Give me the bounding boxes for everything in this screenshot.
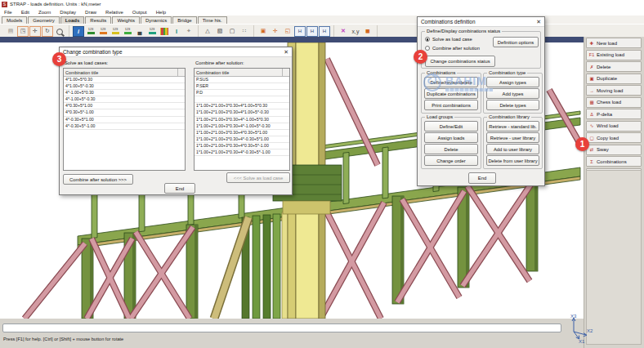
zoom-extents-icon[interactable]: ✛: [29, 26, 41, 37]
module-tab[interactable]: Dynamics: [141, 16, 172, 24]
delete-button[interactable]: Delete: [424, 144, 478, 154]
sidebar-item-combinations[interactable]: Σ Combinations: [586, 156, 642, 167]
prism-view-icon[interactable]: △: [202, 26, 213, 37]
sidebar-item-wind-load[interactable]: ∿ Wind load: [586, 121, 642, 132]
close-icon[interactable]: ✕: [536, 19, 541, 25]
menu-item[interactable]: Output: [132, 10, 147, 15]
menu-item[interactable]: Display: [60, 10, 76, 15]
axes-icon[interactable]: ✕: [338, 26, 349, 37]
definition-options-button[interactable]: Definition options: [493, 37, 539, 47]
retrieve-user-library-button[interactable]: Retrieve - user library: [486, 132, 539, 143]
window-h1-icon[interactable]: H: [294, 26, 306, 37]
spring-numbers-icon[interactable]: 123: [122, 26, 133, 37]
module-tab[interactable]: Time his.: [198, 16, 227, 24]
close-icon[interactable]: ✕: [284, 49, 288, 55]
sidebar-item-chess-load[interactable]: ▦ Chess load: [586, 97, 642, 108]
menu-item[interactable]: File: [4, 10, 12, 15]
end-button[interactable]: End: [164, 183, 195, 194]
select-window-icon[interactable]: ∷: [239, 26, 250, 37]
rotate-model-icon[interactable]: ◳: [17, 26, 29, 37]
assign-types-button[interactable]: Assign types: [486, 77, 539, 87]
move-window-icon[interactable]: ✛: [270, 26, 281, 37]
combination-row[interactable]: 4*1.00+5*0.30: [64, 77, 185, 83]
combination-row[interactable]: 4*-0.30+5*-1.00: [64, 123, 185, 130]
print-combinations-button[interactable]: Print combinations: [424, 100, 478, 110]
xy-plot-icon[interactable]: x,y: [350, 26, 361, 37]
menu-item[interactable]: Help: [156, 10, 166, 15]
support-display-icon[interactable]: ▄: [134, 26, 145, 37]
sidebar-item-copy-load[interactable]: ▢ Copy load: [586, 132, 642, 143]
add-to-user-library-button[interactable]: Add to user library: [486, 144, 539, 154]
copy-drawing-icon[interactable]: ▢: [226, 26, 238, 37]
zoom-window-icon[interactable]: [54, 26, 65, 37]
combination-row[interactable]: P.SER: [195, 83, 289, 90]
define-edit-button[interactable]: Define/Edit: [424, 121, 478, 132]
window-cascade-icon[interactable]: ▣: [257, 26, 269, 37]
model-cube-icon[interactable]: ◼: [362, 26, 373, 37]
window-zoom-icon[interactable]: ◱: [282, 26, 293, 37]
combination-row[interactable]: 1*1.00+2*1.00+3*0.30+4*-0.30+5*-1.00: [195, 149, 289, 156]
combination-row[interactable]: 1*1.00+2*1.00+3*0.30+4*-1.00+5*0.30: [195, 117, 289, 123]
sidebar-item-moving-load[interactable]: → Moving load: [586, 85, 642, 96]
combine-after-solution-button[interactable]: Combine after solution >>>: [63, 174, 133, 185]
menu-item[interactable]: Draw: [85, 10, 96, 15]
sidebar-item-new-load[interactable]: ✚ New load: [586, 38, 642, 48]
change-combinations-status-button[interactable]: Change combinations status: [425, 56, 495, 67]
combination-row[interactable]: P.D: [195, 90, 289, 96]
print-icon[interactable]: ▤: [5, 26, 16, 37]
beam-numbers-icon[interactable]: 123: [97, 26, 109, 37]
combination-row[interactable]: 4*-1.00+5*-0.30: [64, 96, 185, 103]
combination-row[interactable]: [195, 96, 289, 103]
end-button[interactable]: End: [468, 172, 496, 184]
combine-after-solution-radio[interactable]: Combine after solution: [425, 46, 480, 51]
combination-row[interactable]: 1*1.00+2*1.00+3*0.30+4*1.00+5*0.30: [195, 103, 289, 109]
combine-after-solution-list[interactable]: Combination title P.SUSP.SERP.D1*1.00+2*…: [194, 68, 290, 171]
beam-release-icon[interactable]: I: [171, 26, 182, 37]
combination-row[interactable]: 4*0.30+5*1.00: [64, 103, 185, 109]
combination-row[interactable]: 1*1.00+2*1.00+3*0.30+4*-1.00+5*-0.30: [195, 123, 289, 130]
dimmed-tool-icon[interactable]: ✦: [183, 26, 195, 37]
window-h3-icon[interactable]: H: [319, 26, 330, 37]
module-tab[interactable]: Bridge: [172, 16, 196, 24]
beam-colors-icon[interactable]: ▮: [160, 28, 168, 35]
sidebar-item-existing-load[interactable]: F1 Existing load: [586, 50, 642, 60]
solve-as-load-cases-list[interactable]: Combination title 4*1.00+5*0.304*1.00+5*…: [63, 68, 186, 171]
assign-loads-button[interactable]: Assign loads: [424, 132, 478, 143]
module-tab[interactable]: Models: [2, 16, 27, 24]
change-order-button[interactable]: Change order: [424, 155, 478, 166]
delete-from-user-library-button[interactable]: Delete from user library: [486, 155, 539, 166]
combination-row[interactable]: 1*1.00+2*1.00+3*0.30+4*-0.30+5*1.00: [195, 136, 289, 143]
window-h2-icon[interactable]: H: [306, 26, 318, 37]
sidebar-item-delete[interactable]: ✗ Delete: [586, 61, 642, 72]
redraw-icon[interactable]: ↻: [42, 26, 53, 37]
menu-item[interactable]: Zoom: [38, 10, 51, 15]
info-icon[interactable]: i: [73, 26, 84, 37]
duplicate-combinations-button[interactable]: Duplicate combinations: [424, 88, 478, 99]
section-numbers-icon[interactable]: 123: [146, 26, 158, 37]
solve-as-load-case-button[interactable]: <<< Solve as load case: [226, 172, 290, 183]
combination-row[interactable]: 4*-1.00+5*0.30: [64, 90, 185, 96]
node-numbers-icon[interactable]: 123: [85, 26, 96, 37]
module-tab[interactable]: Results: [85, 16, 111, 24]
sidebar-item-p-delta[interactable]: Δ P-delta: [586, 109, 642, 119]
delete-types-button[interactable]: Delete types: [486, 100, 539, 110]
retrieve-standard-lib-button[interactable]: Retrieve - standard lib.: [486, 121, 539, 132]
solve-as-load-case-radio[interactable]: Solve as load case: [425, 37, 472, 42]
combination-row[interactable]: 1*1.00+2*1.00+3*0.30+4*0.30+5*1.00: [195, 130, 289, 136]
combination-row[interactable]: 1*1.00+2*1.00+3*0.30+4*1.00+5*-0.30: [195, 109, 289, 116]
combination-row[interactable]: 4*1.00+5*-0.30: [64, 83, 185, 90]
sidebar-item-duplicate[interactable]: ▣ Duplicate: [586, 74, 642, 84]
module-tab[interactable]: Weights: [112, 16, 140, 24]
combination-row[interactable]: 1*1.00+2*1.00+3*0.30+4*0.30+5*-1.00: [195, 143, 289, 149]
combination-row[interactable]: 4*0.30+5*-1.00: [64, 109, 185, 116]
module-tab[interactable]: Loads: [60, 16, 85, 24]
command-input[interactable]: [2, 323, 561, 332]
add-types-button[interactable]: Add types: [486, 88, 539, 99]
module-tab[interactable]: Geometry: [28, 16, 59, 24]
sidebar-item-sway[interactable]: ⇄ Sway: [586, 145, 642, 155]
define-revise-delete-button[interactable]: Define/revise/delete: [424, 77, 478, 87]
menu-item[interactable]: Relative: [105, 10, 123, 15]
plate-numbers-icon[interactable]: 123: [110, 26, 121, 37]
solid-view-icon[interactable]: ▧: [214, 26, 226, 37]
combination-row[interactable]: P.SUS: [195, 77, 289, 83]
